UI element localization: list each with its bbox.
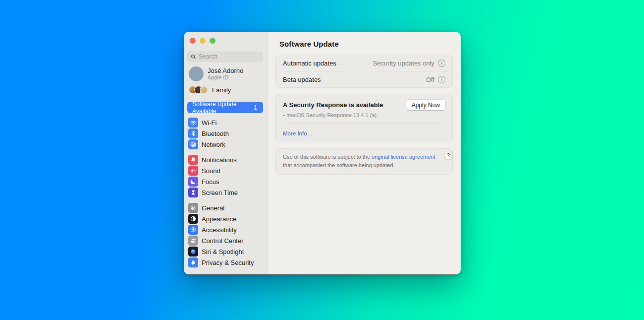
help-button[interactable]: ? bbox=[444, 151, 453, 160]
sidebar-item-accessibility[interactable]: Accessibility bbox=[187, 224, 263, 235]
settings-row: Automatic updatesSecurity updates only bbox=[276, 55, 452, 71]
speaker-icon bbox=[188, 166, 198, 176]
sidebar-item-appearance[interactable]: Appearance bbox=[187, 213, 263, 224]
close-button[interactable] bbox=[190, 38, 196, 44]
bell-icon bbox=[188, 155, 198, 165]
more-info-link[interactable]: More Info… bbox=[283, 130, 313, 136]
sidebar-item-label: General bbox=[202, 204, 224, 212]
sidebar-item-label: Focus bbox=[202, 178, 219, 186]
apple-id-profile[interactable]: José Adorno Apple ID bbox=[187, 66, 263, 81]
license-card: Use of this software is subject to the o… bbox=[275, 148, 453, 175]
family-label: Family bbox=[212, 86, 231, 94]
license-agreement-link[interactable]: original license agreement bbox=[372, 154, 435, 160]
search-icon bbox=[191, 54, 196, 60]
zoom-button[interactable] bbox=[210, 38, 215, 44]
sidebar-item-controlcenter[interactable]: Control Center bbox=[187, 235, 263, 246]
info-icon[interactable] bbox=[438, 76, 445, 83]
sidebar-item-label: Accessibility bbox=[202, 226, 237, 234]
divider bbox=[283, 124, 445, 124]
accessibility-icon bbox=[188, 225, 198, 235]
row-label: Beta updates bbox=[283, 76, 321, 83]
window-controls bbox=[190, 38, 263, 44]
moon-icon bbox=[188, 177, 198, 187]
sidebar-item-general[interactable]: General bbox=[187, 202, 263, 213]
profile-name: José Adorno bbox=[208, 67, 243, 74]
security-response-detail: • macOS Security Response 13.4.1 (a) bbox=[283, 112, 445, 118]
minimize-button[interactable] bbox=[200, 38, 206, 44]
desktop-background: José Adorno Apple ID Family Software Upd… bbox=[0, 0, 644, 320]
badge-label: Software Update Available bbox=[192, 101, 254, 115]
sidebar-item-label: Network bbox=[202, 141, 225, 148]
control-center-icon bbox=[188, 236, 198, 246]
row-value: Security updates only bbox=[373, 60, 434, 67]
sidebar-item-label: Notifications bbox=[202, 156, 237, 164]
hand-icon bbox=[188, 257, 198, 267]
sidebar-item-label: Appearance bbox=[202, 215, 236, 223]
software-update-available-badge[interactable]: Software Update Available 1 bbox=[187, 102, 263, 113]
sidebar-item-label: Control Center bbox=[202, 237, 244, 245]
info-icon[interactable] bbox=[438, 60, 445, 67]
appearance-icon bbox=[188, 214, 198, 224]
security-response-title: A Security Response is available bbox=[283, 100, 383, 109]
license-text: that accompanied the software being upda… bbox=[283, 162, 395, 168]
software-update-pane: Software Update Automatic updatesSecurit… bbox=[268, 32, 461, 274]
globe-icon bbox=[188, 139, 198, 149]
sidebar-item-screentime[interactable]: Screen Time bbox=[187, 187, 263, 198]
settings-row: Beta updatesOff bbox=[276, 71, 452, 87]
sidebar-item-wifi[interactable]: Wi-Fi bbox=[187, 117, 263, 128]
hourglass-icon bbox=[188, 188, 198, 197]
family-row[interactable]: Family bbox=[187, 86, 263, 94]
wifi-icon bbox=[188, 118, 198, 128]
gear-icon bbox=[188, 203, 198, 213]
sidebar-item-sound[interactable]: Sound bbox=[187, 165, 263, 176]
sidebar-item-label: Privacy & Security bbox=[202, 259, 254, 266]
apply-now-button[interactable]: Apply Now bbox=[406, 100, 445, 110]
bluetooth-icon bbox=[188, 128, 198, 138]
system-settings-window: José Adorno Apple ID Family Software Upd… bbox=[184, 32, 461, 274]
sidebar-item-label: Siri & Spotlight bbox=[202, 248, 244, 256]
row-value: Off bbox=[426, 76, 434, 83]
sidebar-item-focus[interactable]: Focus bbox=[187, 176, 263, 187]
sidebar-item-label: Bluetooth bbox=[202, 130, 229, 137]
sidebar-item-notifications[interactable]: Notifications bbox=[187, 154, 263, 165]
license-text: Use of this software is subject to the bbox=[283, 154, 372, 160]
sidebar-item-network[interactable]: Network bbox=[187, 139, 263, 150]
siri-icon bbox=[188, 247, 198, 256]
updates-card: Automatic updatesSecurity updates onlyBe… bbox=[275, 55, 453, 88]
row-label: Automatic updates bbox=[283, 60, 336, 67]
sidebar: José Adorno Apple ID Family Software Upd… bbox=[184, 32, 268, 274]
sidebar-nav: Wi-FiBluetoothNetworkNotificationsSoundF… bbox=[187, 117, 263, 268]
sidebar-item-label: Sound bbox=[202, 167, 220, 175]
search-field[interactable] bbox=[187, 52, 263, 62]
sidebar-item-privacy[interactable]: Privacy & Security bbox=[187, 257, 263, 268]
security-response-card: A Security Response is available Apply N… bbox=[275, 94, 453, 142]
page-title: Software Update bbox=[279, 40, 453, 48]
sidebar-item-label: Wi-Fi bbox=[202, 119, 216, 127]
search-input[interactable] bbox=[199, 53, 260, 60]
avatar bbox=[189, 66, 204, 81]
profile-subtitle: Apple ID bbox=[208, 74, 243, 81]
sidebar-item-bluetooth[interactable]: Bluetooth bbox=[187, 128, 263, 139]
sidebar-item-label: Screen Time bbox=[202, 189, 238, 196]
badge-count: 1 bbox=[254, 104, 257, 111]
sidebar-item-siri[interactable]: Siri & Spotlight bbox=[187, 246, 263, 257]
family-avatar bbox=[200, 86, 208, 94]
